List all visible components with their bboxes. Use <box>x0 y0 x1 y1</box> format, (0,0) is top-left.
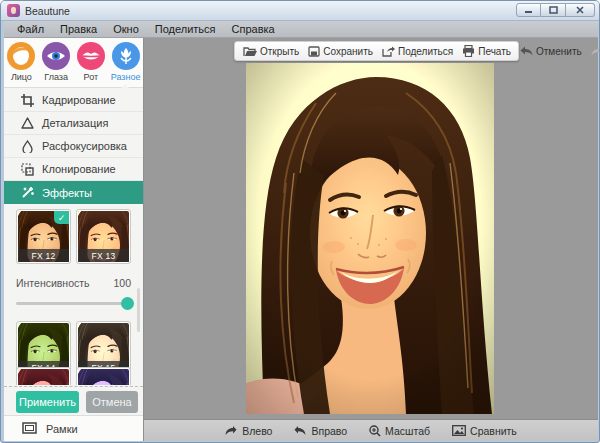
eye-icon <box>42 42 70 70</box>
title-bar: Beautune <box>1 1 600 21</box>
open-button[interactable]: Открыть <box>243 46 299 57</box>
compare-image-icon <box>452 425 466 436</box>
maximize-icon <box>549 6 558 14</box>
photo-canvas[interactable] <box>246 63 494 414</box>
menu-bar: Файл Правка Окно Поделиться Справка <box>4 21 598 38</box>
sidebar: Лицо Глаза <box>4 38 144 441</box>
tool-frames[interactable]: Рамки <box>4 415 143 441</box>
category-eyes[interactable]: Глаза <box>40 42 72 82</box>
zoom-icon <box>369 425 381 437</box>
print-button[interactable]: Печать <box>462 45 511 57</box>
rotate-right-button[interactable]: Вправо <box>294 425 347 437</box>
menu-file[interactable]: Файл <box>10 22 51 36</box>
rotate-left-icon <box>225 425 238 436</box>
rotate-right-icon <box>294 425 307 436</box>
active-category-notch <box>121 84 129 88</box>
tool-detail[interactable]: Детализация <box>4 112 143 135</box>
flower-icon <box>112 42 140 70</box>
triangle-icon <box>20 116 34 130</box>
redo-icon <box>591 46 600 56</box>
tool-effects[interactable]: Эффекты <box>4 181 143 204</box>
face-icon <box>7 42 35 70</box>
bottom-toolbar: Влево Вправо Масштаб Сравнить <box>144 419 598 441</box>
menu-edit[interactable]: Правка <box>53 22 104 36</box>
effect-thumbs-partial-row <box>4 367 143 385</box>
menu-help[interactable]: Справка <box>225 22 282 36</box>
intensity-value: 100 <box>113 277 131 289</box>
canvas-area: Открыть Сохранить Поделиться <box>144 38 598 419</box>
magic-wand-icon <box>20 186 34 200</box>
close-button[interactable] <box>566 3 595 17</box>
effects-scrollbar[interactable] <box>137 288 140 332</box>
frame-icon <box>22 422 37 436</box>
open-folder-icon <box>243 46 257 57</box>
panel-cut-divider <box>4 386 143 387</box>
redo-button[interactable]: Повторить <box>591 46 600 57</box>
effects-panel: FX 12 ✓ FX 13 Интенсивность 100 <box>4 204 143 386</box>
window-title: Beautune <box>25 5 70 17</box>
slider-handle[interactable] <box>121 297 134 310</box>
effect-thumb-partial-1[interactable] <box>16 367 71 385</box>
cancel-button[interactable]: Отмена <box>86 391 138 413</box>
printer-icon <box>462 45 475 57</box>
floating-toolbar: Открыть Сохранить Поделиться <box>234 41 519 61</box>
intensity-label: Интенсивность <box>16 277 90 289</box>
zoom-button[interactable]: Масштаб <box>369 425 430 437</box>
compare-button[interactable]: Сравнить <box>452 425 517 437</box>
tool-clone[interactable]: Клонирование <box>4 158 143 181</box>
share-button[interactable]: Поделиться <box>382 46 453 57</box>
intensity-slider[interactable] <box>16 297 132 309</box>
tool-list: Кадрирование Детализация Расфокусировка <box>4 89 143 204</box>
menu-window[interactable]: Окно <box>106 22 146 36</box>
category-face[interactable]: Лицо <box>5 42 37 82</box>
effect-thumb-partial-2[interactable] <box>76 367 131 385</box>
rotate-left-button[interactable]: Влево <box>225 425 272 437</box>
clone-stamp-icon <box>20 162 34 176</box>
lips-icon <box>77 42 105 70</box>
crop-icon <box>20 93 34 107</box>
undo-button[interactable]: Отменить <box>520 46 582 57</box>
minimize-icon <box>524 7 533 14</box>
category-misc[interactable]: Разное <box>110 42 142 82</box>
category-row: Лицо Глаза <box>4 38 143 88</box>
save-icon <box>308 46 320 57</box>
close-icon <box>576 6 584 14</box>
apply-button[interactable]: Применить <box>16 391 79 413</box>
tool-crop[interactable]: Кадрирование <box>4 89 143 112</box>
intensity-row: Интенсивность 100 <box>16 277 131 289</box>
tool-defocus[interactable]: Расфокусировка <box>4 135 143 158</box>
app-logo-icon <box>7 4 20 17</box>
selected-check-icon: ✓ <box>54 211 69 224</box>
category-mouth[interactable]: Рот <box>75 42 107 82</box>
droplet-icon <box>20 139 34 153</box>
effect-thumb-fx12[interactable]: FX 12 ✓ <box>16 209 71 264</box>
window-controls <box>516 3 595 17</box>
save-button[interactable]: Сохранить <box>308 46 373 57</box>
share-icon <box>382 46 395 57</box>
menu-share[interactable]: Поделиться <box>148 22 223 36</box>
maximize-button[interactable] <box>541 3 566 17</box>
undo-icon <box>520 46 533 56</box>
app-window: Beautune Файл Правка Окно Поделиться Спр… <box>0 0 600 443</box>
minimize-button[interactable] <box>516 3 541 17</box>
effect-thumb-fx13[interactable]: FX 13 <box>76 209 131 264</box>
